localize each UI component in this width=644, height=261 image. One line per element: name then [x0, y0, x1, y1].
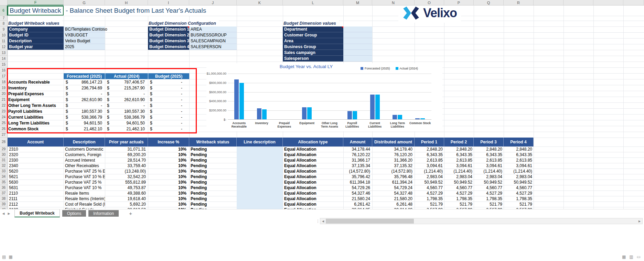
row-header-34[interactable]: 34 [0, 174, 8, 180]
writeback-value-label[interactable]: Budget ID [8, 32, 64, 38]
table-cell[interactable]: 32,542.20 [105, 174, 148, 180]
table-cell[interactable]: 5621 [8, 174, 64, 180]
column-header-K[interactable]: K [237, 0, 283, 6]
active-cell-title[interactable]: Budget Writeback [8, 6, 64, 15]
table-cell[interactable]: 555,812.89 [105, 180, 148, 185]
summary-row-label[interactable]: Equipment [8, 97, 64, 102]
table-cell[interactable]: 611,394.18 [343, 180, 372, 185]
summary-row-label[interactable]: Current Liabilities [8, 114, 64, 120]
scrollbar-thumb[interactable] [326, 219, 414, 224]
table-cell[interactable]: 10% [148, 196, 189, 202]
sheet-tab-information[interactable]: Information [88, 210, 119, 217]
scrollbar-track[interactable]: ◀ ▶ [320, 218, 643, 224]
column-header-P[interactable]: P [444, 0, 474, 6]
table-cell[interactable]: 31,366.20 [372, 157, 415, 163]
table-cell[interactable] [237, 163, 283, 168]
table-cell[interactable]: Equal Allocation [283, 163, 343, 168]
table-cell[interactable]: 2,848.20 [504, 146, 534, 152]
table-cell[interactable]: 10% [148, 191, 189, 196]
dimension-config-value[interactable]: SALESPERSON [189, 44, 237, 50]
horizontal-scrollbar[interactable]: ⋮ ◀ ▶ [316, 218, 643, 224]
tab-scroll-left-icon[interactable]: ◀ [1, 209, 6, 217]
add-sheet-button[interactable]: + [129, 209, 132, 217]
table-cell[interactable]: 1,798.35 [444, 196, 474, 202]
dimension-value-value[interactable] [343, 32, 372, 38]
table-cell[interactable]: 3,094.61 [444, 163, 474, 168]
summary-amount-cell[interactable]: $262,610.90 [105, 97, 148, 102]
table-cell[interactable]: 33,759.40 [105, 163, 148, 168]
row-header-21[interactable]: 21 [0, 97, 8, 102]
table-cell[interactable]: Pending [189, 202, 237, 207]
table-cell[interactable]: 37,135.34 [343, 163, 372, 168]
writeback-value-label[interactable]: Description [8, 38, 64, 44]
table-cell[interactable]: 50,949.52 [474, 180, 504, 185]
dimension-config-label[interactable]: Budget Dimension 1 [148, 26, 189, 32]
table-cell[interactable]: 6,343.35 [504, 152, 534, 157]
table-cell[interactable] [237, 180, 283, 185]
column-header-L[interactable]: L [283, 0, 343, 6]
table-cell[interactable]: Other Receivables [64, 163, 105, 168]
table-cell[interactable]: 76,120.20 [372, 152, 415, 157]
table-cell[interactable]: 3,094.61 [504, 163, 534, 168]
budget-vs-actual-chart[interactable]: Budget Year vs. Actual LY Forecasted (20… [206, 63, 442, 131]
summary-amount-cell[interactable]: $21,462.10 [105, 126, 148, 132]
table-cell[interactable]: Pending [189, 180, 237, 185]
writeback-value-value[interactable]: VXBUDGET [64, 32, 105, 38]
summary-amount-cell[interactable]: $- [148, 102, 189, 108]
table-cell[interactable]: 521.79 [474, 202, 504, 207]
table-cell[interactable]: 54,729.26 [343, 185, 372, 191]
table-cell[interactable]: 50,949.52 [444, 180, 474, 185]
table-cell[interactable]: 1,798.35 [504, 196, 534, 202]
table-cell[interactable]: 5620 [8, 168, 64, 174]
row-header-37[interactable]: 37 [0, 191, 8, 196]
row-header-28[interactable]: 28 [0, 138, 8, 146]
table-cell[interactable]: 6,261.48 [372, 202, 415, 207]
table-cell[interactable]: 31,366.17 [343, 157, 372, 163]
table-cell[interactable]: 19,618.40 [105, 196, 148, 202]
table-cell[interactable]: 521.79 [444, 202, 474, 207]
table-cell[interactable]: 54,327.46 [343, 191, 372, 196]
column-header-R[interactable]: R [504, 0, 534, 6]
table-cell[interactable]: Pending [189, 168, 237, 174]
table-cell[interactable]: 2,983.04 [415, 174, 444, 180]
table-cell[interactable]: 6,343.35 [415, 152, 444, 157]
row-header-33[interactable]: 33 [0, 168, 8, 174]
table-cell[interactable] [237, 146, 283, 152]
table-cell[interactable]: 521.79 [415, 202, 444, 207]
table-cell[interactable]: 4,527.29 [415, 191, 444, 196]
summary-amount-cell[interactable]: $- [148, 91, 189, 97]
summary-amount-cell[interactable]: $787,406.57 [105, 79, 148, 85]
dimension-value-label[interactable]: Business Group [283, 44, 343, 50]
table-cell[interactable]: 2330 [8, 157, 64, 163]
table-cell[interactable]: Cost of Resale Sold (In [64, 202, 105, 207]
dimension-value-label[interactable]: Area [283, 38, 343, 44]
row-header-12[interactable]: 12 [0, 44, 8, 50]
table-cell[interactable]: 10% [148, 174, 189, 180]
table-cell[interactable] [237, 196, 283, 202]
table-cell[interactable]: Purchase VAT 25 % [64, 180, 105, 185]
table-cell[interactable]: 4,560.77 [474, 185, 504, 191]
summary-amount-cell[interactable]: $- [148, 85, 189, 91]
table-cell[interactable]: 5631 [8, 185, 64, 191]
summary-row-label[interactable]: Payroll Liabilities [8, 108, 64, 114]
summary-amount-cell[interactable]: $- [105, 91, 148, 97]
table-cell[interactable]: 69,200.20 [105, 152, 148, 157]
dimension-config-value[interactable]: AREA [189, 26, 237, 32]
column-header-blank-14[interactable] [564, 0, 593, 6]
table-cell[interactable]: 49,388.60 [105, 191, 148, 196]
table-cell[interactable]: 2,613.85 [474, 157, 504, 163]
summary-amount-cell[interactable]: $- [148, 108, 189, 114]
table-cell[interactable]: Customers Domestic [64, 146, 105, 152]
tab-scroll-right-icon[interactable]: ▶ [7, 209, 11, 217]
table-cell[interactable]: 2112 [8, 202, 64, 207]
writeback-value-label[interactable]: Budget year [8, 44, 64, 50]
dimension-value-label[interactable]: Sales campaign [283, 50, 343, 56]
table-cell[interactable]: 4,527.29 [504, 191, 534, 196]
table-cell[interactable]: 10% [148, 152, 189, 157]
column-header-H[interactable]: H [105, 0, 148, 6]
page-break-preview-icon[interactable]: ▭ [637, 254, 641, 259]
table-cell[interactable]: Purchase VAT 25 % EU [64, 168, 105, 174]
table-cell[interactable]: 1,798.35 [415, 196, 444, 202]
row-header-38[interactable]: 38 [0, 196, 8, 202]
table-cell[interactable]: 2111 [8, 196, 64, 202]
